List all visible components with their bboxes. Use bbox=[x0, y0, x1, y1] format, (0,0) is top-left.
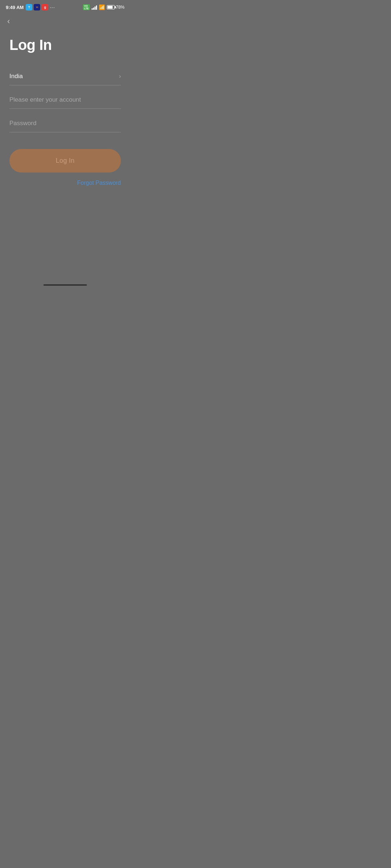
status-app-icons: T Vi g ··· bbox=[26, 4, 55, 10]
battery-icon bbox=[107, 5, 115, 9]
back-arrow-icon: ‹ bbox=[7, 17, 10, 25]
battery-indicator: 78% bbox=[107, 5, 125, 10]
login-button[interactable]: Log In bbox=[9, 149, 121, 173]
more-apps-icon: ··· bbox=[50, 4, 55, 10]
chevron-right-icon: › bbox=[119, 73, 121, 80]
back-button[interactable]: ‹ bbox=[0, 13, 17, 30]
country-name: India bbox=[9, 73, 23, 80]
main-content: Log In India › Log In Forgot Password bbox=[0, 30, 130, 186]
status-bar: 9:49 AM T Vi g ··· VOLTE 📶 78% bbox=[0, 0, 130, 13]
vivo-icon: Vi bbox=[34, 4, 40, 10]
battery-fill bbox=[108, 6, 113, 9]
signal-bars-icon bbox=[92, 5, 97, 10]
battery-percent: 78% bbox=[116, 5, 125, 10]
password-input[interactable] bbox=[9, 115, 121, 132]
account-input[interactable] bbox=[9, 91, 121, 109]
home-indicator bbox=[43, 284, 87, 286]
forgot-password-container: Forgot Password bbox=[9, 180, 121, 186]
country-selector[interactable]: India › bbox=[9, 68, 121, 85]
grammarly-icon: g bbox=[42, 4, 48, 10]
status-right: VOLTE 📶 78% bbox=[83, 4, 125, 10]
forgot-password-link[interactable]: Forgot Password bbox=[77, 180, 121, 186]
volte-badge: VOLTE bbox=[83, 4, 90, 10]
status-left: 9:49 AM T Vi g ··· bbox=[6, 4, 55, 10]
page-title: Log In bbox=[9, 37, 121, 53]
wifi-icon: 📶 bbox=[99, 4, 105, 10]
status-time: 9:49 AM bbox=[6, 5, 24, 10]
telegram-icon: T bbox=[26, 4, 32, 10]
